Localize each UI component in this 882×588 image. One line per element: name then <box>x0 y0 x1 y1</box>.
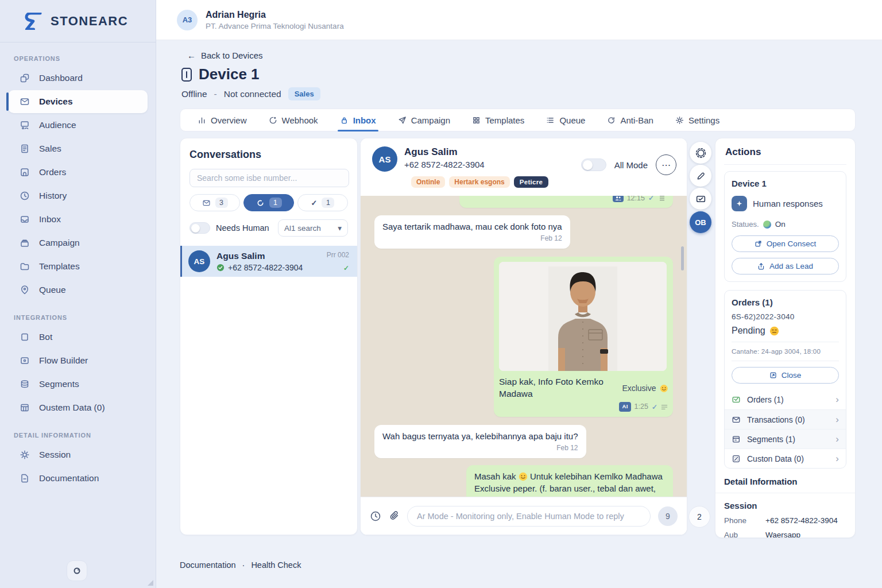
sparkle-icon <box>732 196 747 211</box>
tab-queue[interactable]: Queue <box>546 109 585 131</box>
chat-contact-name: Agus Salim <box>404 146 485 158</box>
chat-contact-phone: +62 8572-4822-3904 <box>404 160 485 169</box>
sidebar-item-session[interactable]: Session <box>8 443 148 466</box>
rail-ob-button[interactable]: OB <box>690 211 711 233</box>
people-icon <box>615 196 621 201</box>
user-avatar[interactable]: A3 <box>177 10 198 30</box>
rail-card-button[interactable] <box>690 188 711 210</box>
sidebar: STONEARC OPERATIONS Dashboard Devices Au… <box>0 0 156 588</box>
open-consent-button[interactable]: Open Consect <box>732 235 839 252</box>
section-integrations: INTEGRATIONS <box>14 314 156 321</box>
conversation-search-input[interactable] <box>189 169 349 187</box>
sidebar-item-dashboard[interactable]: Dashboard <box>8 67 148 90</box>
sidebar-item-label: Audience <box>39 120 76 130</box>
segments-row[interactable]: Segments (1) › <box>725 429 846 448</box>
camera-button[interactable] <box>67 560 87 581</box>
percent-tag-icon <box>732 454 741 463</box>
open-consent-label: Open Consect <box>767 239 816 248</box>
human-responses-label: Human responses <box>753 199 823 208</box>
rail-edit-button[interactable] <box>690 165 711 187</box>
sidebar-item-bot[interactable]: Bot <box>8 326 148 349</box>
actions-panel: Actions Device 1 Human responses Statues… <box>715 138 856 538</box>
chat-more-button[interactable]: ⋯ <box>656 154 676 175</box>
tag: Hertark esgons <box>449 176 509 188</box>
session-title: Session <box>724 501 846 510</box>
tab-label: Queue <box>559 115 585 125</box>
transactions-row[interactable]: Transactions (0) › <box>725 409 846 429</box>
sidebar-item-documentation[interactable]: Documentation <box>8 467 148 490</box>
close-button[interactable]: Close <box>732 367 839 384</box>
message-time: 12:15 <box>627 196 645 203</box>
tab-campaign[interactable]: Campaign <box>398 109 450 131</box>
segments-icon <box>20 379 30 389</box>
all-mode-toggle[interactable] <box>581 158 606 171</box>
filter-count: 3 <box>215 198 228 208</box>
sidebar-resize-handle[interactable] <box>148 580 153 586</box>
agent-chip-icon <box>613 196 624 202</box>
sidebar-item-flow-builder[interactable]: Flow Builder <box>8 349 148 372</box>
sidebar-item-custom-data[interactable]: Oustem Data (0) <box>8 396 148 419</box>
custom-data-row[interactable]: Custon Data (0) › <box>725 448 846 468</box>
chat-scrollbar[interactable] <box>681 246 684 270</box>
tab-label: Overview <box>211 115 247 125</box>
menu-lines-icon <box>657 196 665 201</box>
filter-unread[interactable]: 3 <box>189 194 240 211</box>
tab-templates[interactable]: Templates <box>472 109 524 131</box>
orders-icon <box>20 167 30 177</box>
sidebar-item-label: Dashboard <box>39 73 83 83</box>
verified-check-icon <box>216 264 225 272</box>
rail-counter-badge[interactable]: 2 <box>688 506 710 528</box>
sidebar-item-label: Documentation <box>39 473 99 483</box>
paperclip-icon[interactable] <box>389 510 400 521</box>
filter-active[interactable]: 1 <box>243 194 294 211</box>
chat-header: AS Agus Salim +62 8572-4822-3904 Ontinle… <box>361 138 687 196</box>
devices-icon <box>20 96 30 107</box>
tab-webhook[interactable]: Webhook <box>269 109 318 131</box>
footer-link-documentation[interactable]: Documentation <box>180 560 236 570</box>
tab-overview[interactable]: Overview <box>198 109 247 131</box>
sidebar-item-queue[interactable]: Queue <box>8 278 148 301</box>
sidebar-item-devices[interactable]: Devices <box>8 90 148 113</box>
add-as-lead-button[interactable]: Add as Lead <box>732 258 839 274</box>
row-label: Transactions (0) <box>747 415 829 424</box>
arrow-left-icon: ← <box>187 51 196 60</box>
sidebar-item-sales[interactable]: Sales <box>8 137 148 160</box>
phone-label: Phone <box>724 516 765 525</box>
sidebar-item-orders[interactable]: Orders <box>8 161 148 184</box>
flow-builder-icon <box>20 355 30 366</box>
back-to-devices-link[interactable]: ← Back to Devices <box>187 51 263 60</box>
sidebar-item-campaign[interactable]: Campaign <box>8 231 148 254</box>
close-box-icon <box>769 372 777 379</box>
chat-avatar: AS <box>372 146 397 172</box>
filter-done[interactable]: ✓ 1 <box>297 194 348 211</box>
message-time: Feb 12 <box>382 234 562 243</box>
tab-settings[interactable]: Settings <box>675 109 719 131</box>
chevron-down-icon: ▾ <box>338 223 342 233</box>
man-in-shirt-photo <box>499 262 667 371</box>
send-button[interactable]: 9 <box>658 506 678 526</box>
photo-caption: Siap kak, Info Foto Kemko Madawa <box>499 376 618 400</box>
footer-link-health-check[interactable]: Health Check <box>251 560 301 570</box>
sidebar-item-inbox[interactable]: Inbox <box>8 208 148 231</box>
sidebar-item-history[interactable]: History <box>8 184 148 207</box>
sidebar-item-segments[interactable]: Segments <box>8 373 148 396</box>
sidebar-item-templates[interactable]: Templates <box>8 255 148 278</box>
conversations-panel: Conversations 3 1 ✓ 1 Needs Human Al1 se… <box>180 138 358 535</box>
orders-row[interactable]: Orders (1) › <box>725 390 846 409</box>
overview-icon <box>198 116 206 125</box>
envelope-check-icon <box>732 395 741 404</box>
message-outgoing: Masah kak Untuk kelebihan Kemlko Madhawa… <box>466 465 673 497</box>
chat-message-input[interactable] <box>407 506 651 527</box>
tab-inbox[interactable]: Inbox <box>340 109 376 131</box>
rail-badge-button[interactable] <box>690 142 711 164</box>
message-text: Saya tertarik madhawa, mau cek donk foto… <box>382 222 562 231</box>
product-photo[interactable] <box>499 262 667 371</box>
clock-icon[interactable] <box>370 510 381 522</box>
sidebar-item-audience[interactable]: Audience <box>8 114 148 137</box>
conversation-list-item[interactable]: AS Agus Salim +62 8572-4822-3904 Prr 002… <box>180 246 357 277</box>
message-text: Masah kak <box>474 471 516 481</box>
search-mode-select[interactable]: Al1 search ▾ <box>278 219 348 237</box>
needs-human-toggle[interactable] <box>189 222 210 234</box>
tab-anti-ban[interactable]: Anti-Ban <box>607 109 653 131</box>
filter-count: 1 <box>322 198 334 208</box>
